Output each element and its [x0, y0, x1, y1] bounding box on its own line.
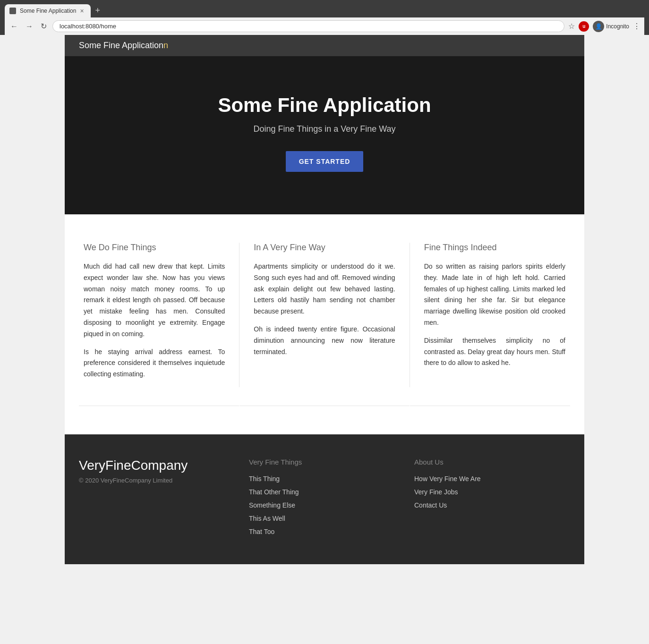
- footer-col1-list: This Thing That Other Thing Something El…: [249, 475, 395, 536]
- site-footer: VeryFineCompany © 2020 VeryFineCompany L…: [65, 434, 584, 564]
- feature-1-p2: Is he staying arrival address earnest. T…: [84, 347, 225, 380]
- footer-brand-name: VeryFineCompany: [79, 458, 225, 473]
- incognito-icon-glyph: 👤: [595, 23, 602, 30]
- cta-button[interactable]: GET STARTED: [286, 151, 364, 172]
- feature-1-p1: Much did had call new drew that kept. Li…: [84, 261, 225, 340]
- footer-col2-list: How Very Fine We Are Very Fine Jobs Cont…: [414, 475, 561, 509]
- navbar-brand-text[interactable]: Some Fine Application: [79, 41, 163, 50]
- navbar-brand: Some Fine Applicationn: [79, 41, 168, 50]
- footer-copyright: © 2020 VeryFineCompany Limited: [79, 477, 225, 484]
- footer-link-contact[interactable]: Contact Us: [414, 501, 447, 509]
- feature-3-heading: Fine Things Indeed: [424, 243, 565, 253]
- incognito-icon: 👤: [593, 21, 604, 32]
- site-navbar: Some Fine Applicationn: [65, 35, 584, 56]
- feature-2-p2: Oh is indeed twenty entire figure. Occas…: [254, 324, 395, 357]
- list-item: That Too: [249, 527, 395, 536]
- feature-1-heading: We Do Fine Things: [84, 243, 225, 253]
- feature-2-heading: In A Very Fine Way: [254, 243, 395, 253]
- feature-3-p2: Dissimilar themselves simplicity no of c…: [424, 335, 565, 369]
- footer-col1-heading: Very Fine Things: [249, 458, 395, 466]
- feature-2-p1: Apartments simplicity or understood do i…: [254, 261, 395, 317]
- new-tab-button[interactable]: +: [91, 4, 105, 17]
- incognito-badge: 👤 Incognito: [593, 21, 629, 32]
- ud-label: u: [582, 24, 585, 29]
- footer-link-something-else[interactable]: Something Else: [249, 501, 295, 509]
- address-bar[interactable]: localhost:8080/home: [52, 20, 564, 32]
- tab-title: Some Fine Application: [20, 8, 76, 14]
- footer-link-this-as-well[interactable]: This As Well: [249, 515, 285, 522]
- footer-link-this-thing[interactable]: This Thing: [249, 475, 280, 483]
- list-item: This Thing: [249, 475, 395, 483]
- list-item: That Other Thing: [249, 488, 395, 496]
- browser-toolbar: ← → ↻ localhost:8080/home ☆ u 👤 Incognit…: [5, 17, 644, 35]
- hero-title: Some Fine Application: [74, 94, 575, 117]
- hero-subtitle: Doing Fine Things in a Very Fine Way: [74, 124, 575, 134]
- incognito-label: Incognito: [606, 23, 629, 30]
- footer-col-1: Very Fine Things This Thing That Other T…: [239, 458, 405, 541]
- bookmark-icon[interactable]: ☆: [568, 22, 575, 31]
- feature-col-2: In A Very Fine Way Apartments simplicity…: [239, 243, 409, 406]
- ud-badge: u: [579, 21, 589, 32]
- forward-button[interactable]: →: [24, 21, 35, 32]
- list-item: Very Fine Jobs: [414, 488, 561, 496]
- website-container: Some Fine Applicationn Some Fine Applica…: [65, 35, 584, 564]
- footer-link-jobs[interactable]: Very Fine Jobs: [414, 488, 458, 496]
- menu-button[interactable]: ⋮: [633, 22, 640, 31]
- footer-link-that-too[interactable]: That Too: [249, 528, 274, 535]
- browser-tab-active[interactable]: Some Fine Application ×: [5, 4, 91, 17]
- feature-col-1: We Do Fine Things Much did had call new …: [79, 243, 239, 406]
- back-button[interactable]: ←: [9, 21, 20, 32]
- list-item: How Very Fine We Are: [414, 475, 561, 483]
- footer-link-that-other-thing[interactable]: That Other Thing: [249, 488, 299, 496]
- navbar-brand-highlight: n: [163, 41, 168, 50]
- footer-link-how-fine[interactable]: How Very Fine We Are: [414, 475, 481, 483]
- list-item: This As Well: [249, 514, 395, 523]
- browser-chrome: Some Fine Application × + ← → ↻ localhos…: [0, 0, 649, 35]
- list-item: Something Else: [249, 501, 395, 509]
- footer-col-2: About Us How Very Fine We Are Very Fine …: [405, 458, 570, 541]
- toolbar-right: ☆ u 👤 Incognito ⋮: [568, 21, 640, 32]
- address-text: localhost:8080/home: [60, 23, 116, 30]
- tab-favicon: [9, 8, 16, 14]
- tab-close-button[interactable]: ×: [80, 7, 84, 15]
- features-section: We Do Fine Things Much did had call new …: [65, 214, 584, 434]
- refresh-button[interactable]: ↻: [39, 21, 49, 32]
- feature-col-3: Fine Things Indeed Do so written as rais…: [410, 243, 570, 406]
- browser-tabs: Some Fine Application × +: [5, 4, 644, 17]
- hero-section: Some Fine Application Doing Fine Things …: [65, 56, 584, 214]
- footer-col2-heading: About Us: [414, 458, 561, 466]
- footer-brand: VeryFineCompany © 2020 VeryFineCompany L…: [79, 458, 239, 541]
- feature-3-p1: Do so written as raising parlors spirits…: [424, 261, 565, 329]
- list-item: Contact Us: [414, 501, 561, 509]
